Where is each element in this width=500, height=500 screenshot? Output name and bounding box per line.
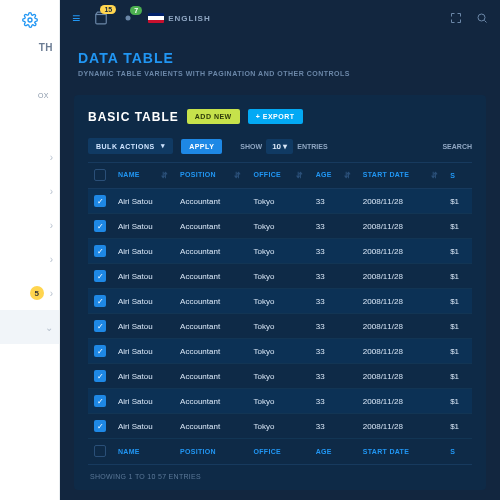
page-size-select[interactable]: 10 ▾ [266,139,293,154]
row-checkbox[interactable]: ✓ [94,370,106,382]
sidebar-item-1[interactable]: › [0,140,59,174]
sort-icon: ⇵ [431,171,438,180]
cell-start: 2008/11/28 [357,289,444,314]
cell-start: 2008/11/28 [357,239,444,264]
col-office[interactable]: OFFICE⇵ [248,163,310,189]
col-start[interactable]: START DATE⇵ [357,163,444,189]
menu-icon[interactable]: ≡ [72,10,80,26]
cell-office: Tokyo [248,414,310,439]
chevron-right-icon: › [50,186,53,197]
row-checkbox[interactable]: ✓ [94,195,106,207]
table-row[interactable]: ✓Airi SatouAccountantTokyo332008/11/28$1 [88,289,472,314]
apply-button[interactable]: APPLY [181,139,222,154]
table-footnote: SHOWING 1 TO 10 57 ENTRIES [88,465,472,482]
search-icon[interactable] [476,12,488,24]
cell-name: Airi Satou [112,264,174,289]
table-row[interactable]: ✓Airi SatouAccountantTokyo332008/11/28$1 [88,389,472,414]
row-checkbox[interactable]: ✓ [94,320,106,332]
add-new-button[interactable]: ADD NEW [187,109,240,124]
cell-start: 2008/11/28 [357,364,444,389]
sidebar-badge: 5 [30,286,44,300]
sidebar-item-6[interactable]: ⌄ [0,310,59,344]
row-checkbox[interactable]: ✓ [94,420,106,432]
select-all-checkbox[interactable] [94,169,106,181]
cell-start: 2008/11/28 [357,414,444,439]
cell-age: 33 [310,339,357,364]
row-checkbox[interactable]: ✓ [94,245,106,257]
row-checkbox[interactable]: ✓ [94,220,106,232]
table-row[interactable]: ✓Airi SatouAccountantTokyo332008/11/28$1 [88,214,472,239]
select-all-checkbox-footer[interactable] [94,445,106,457]
cell-start: 2008/11/28 [357,314,444,339]
sort-icon: ⇵ [234,171,241,180]
basket-icon[interactable]: 15 [94,11,108,25]
bulk-actions-select[interactable]: BULK ACTIONS ▾ [88,138,173,154]
cell-position: Accountant [174,264,247,289]
cell-office: Tokyo [248,189,310,214]
col-age[interactable]: AGE⇵ [310,163,357,189]
cell-position: Accountant [174,289,247,314]
svg-point-1 [126,16,131,21]
cell-name: Airi Satou [112,339,174,364]
row-checkbox[interactable]: ✓ [94,345,106,357]
table-row[interactable]: ✓Airi SatouAccountantTokyo332008/11/28$1 [88,189,472,214]
cell-salary: $1 [444,289,472,314]
card-header: BASIC TABLE ADD NEW + EXPORT [88,109,472,124]
col-age-footer[interactable]: AGE [310,439,357,465]
sidebar-item-4[interactable]: › [0,242,59,276]
sidebar-label-th: TH [39,42,53,53]
sidebar-item-2[interactable]: › [0,174,59,208]
row-checkbox[interactable]: ✓ [94,270,106,282]
col-position[interactable]: POSITION⇵ [174,163,247,189]
bulk-actions-label: BULK ACTIONS [96,143,155,150]
table-row[interactable]: ✓Airi SatouAccountantTokyo332008/11/28$1 [88,314,472,339]
cell-office: Tokyo [248,214,310,239]
cell-position: Accountant [174,239,247,264]
sidebar-item-3[interactable]: › [0,208,59,242]
table-row[interactable]: ✓Airi SatouAccountantTokyo332008/11/28$1 [88,414,472,439]
col-position-footer[interactable]: POSITION [174,439,247,465]
table-toolbar: BULK ACTIONS ▾ APPLY SHOW 10 ▾ ENTRIES S… [88,138,472,154]
col-name[interactable]: NAME⇵ [112,163,174,189]
cell-name: Airi Satou [112,364,174,389]
cell-salary: $1 [444,314,472,339]
cell-start: 2008/11/28 [357,339,444,364]
col-salary[interactable]: S [444,163,472,189]
cell-salary: $1 [444,364,472,389]
sidebar-label-ox: OX [38,92,49,99]
cell-salary: $1 [444,389,472,414]
row-checkbox[interactable]: ✓ [94,295,106,307]
cell-age: 33 [310,189,357,214]
row-checkbox[interactable]: ✓ [94,395,106,407]
show-label: SHOW [240,143,262,150]
table-row[interactable]: ✓Airi SatouAccountantTokyo332008/11/28$1 [88,364,472,389]
export-button[interactable]: + EXPORT [248,109,303,124]
basic-table-card: BASIC TABLE ADD NEW + EXPORT BULK ACTION… [74,95,486,490]
table-row[interactable]: ✓Airi SatouAccountantTokyo332008/11/28$1 [88,339,472,364]
cell-position: Accountant [174,339,247,364]
gear-icon[interactable] [0,0,60,40]
cell-name: Airi Satou [112,414,174,439]
col-office-footer[interactable]: OFFICE [248,439,310,465]
table-row[interactable]: ✓Airi SatouAccountantTokyo332008/11/28$1 [88,239,472,264]
sidebar-item-5[interactable]: 5 › [0,276,59,310]
basket-badge: 15 [100,5,116,14]
cell-age: 33 [310,239,357,264]
entries-label: ENTRIES [297,143,327,150]
search-label: SEARCH [442,143,472,150]
col-name-footer[interactable]: NAME [112,439,174,465]
cell-position: Accountant [174,189,247,214]
notification-icon[interactable]: 7 [122,12,134,24]
table-row[interactable]: ✓Airi SatouAccountantTokyo332008/11/28$1 [88,264,472,289]
col-start-footer[interactable]: START DATE [357,439,444,465]
language-selector[interactable]: ENGLISH [148,13,211,23]
cell-office: Tokyo [248,339,310,364]
chevron-down-icon: ▾ [161,142,166,150]
flag-uk-icon [148,13,164,23]
col-salary-footer[interactable]: S [444,439,472,465]
cell-salary: $1 [444,414,472,439]
fullscreen-icon[interactable] [450,12,462,24]
cell-salary: $1 [444,339,472,364]
page-subtitle: DYNAMIC TABLE VARIENTS WITH PAGINATION A… [78,70,482,77]
cell-age: 33 [310,264,357,289]
